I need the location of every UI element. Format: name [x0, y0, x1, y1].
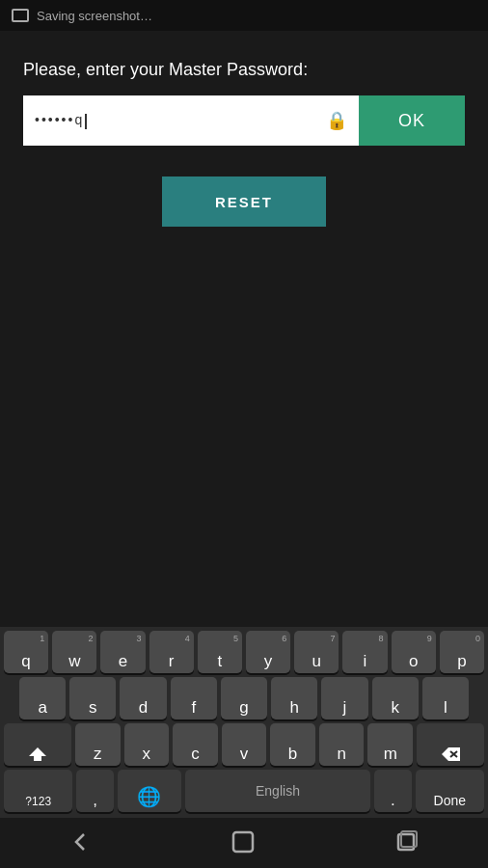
home-icon: [230, 829, 256, 854]
done-key[interactable]: Done: [416, 770, 484, 812]
key-m[interactable]: m: [367, 723, 413, 766]
nav-bar: [0, 818, 488, 868]
key-k[interactable]: k: [372, 677, 419, 719]
key-f[interactable]: f: [171, 677, 217, 719]
password-dots: ••••••q: [35, 112, 318, 128]
globe-icon: 🌐: [137, 785, 161, 808]
key-h[interactable]: h: [271, 677, 317, 719]
password-row: ••••••q 🔒 OK: [23, 95, 465, 146]
keyboard-row-3: z x c v b n m: [0, 719, 488, 766]
keyboard-row-1: 1q 2w 3e 4r 5t 6y 7u 8i 9o 0p: [0, 627, 488, 673]
space-key[interactable]: English: [185, 770, 370, 812]
key-e[interactable]: 3e: [100, 631, 145, 673]
key-b[interactable]: b: [270, 723, 315, 766]
key-s[interactable]: s: [69, 677, 116, 719]
period-key[interactable]: .: [374, 770, 411, 812]
back-button[interactable]: [69, 830, 93, 856]
recents-icon: [393, 829, 419, 854]
lock-icon: 🔒: [326, 110, 347, 131]
home-button[interactable]: [230, 829, 256, 857]
text-cursor: [85, 114, 87, 129]
ok-button[interactable]: OK: [359, 95, 465, 146]
main-content: Please, enter your Master Password: ••••…: [0, 31, 488, 627]
symbols-key[interactable]: ?123: [4, 770, 72, 812]
key-t[interactable]: 5t: [198, 631, 242, 673]
keyboard-bottom-row: ?123 , 🌐 English . Done: [0, 766, 488, 818]
key-w[interactable]: 2w: [52, 631, 96, 673]
password-input[interactable]: ••••••q 🔒: [23, 95, 359, 146]
key-y[interactable]: 6y: [246, 631, 290, 673]
key-l[interactable]: l: [422, 677, 469, 719]
back-icon: [69, 830, 93, 854]
key-o[interactable]: 9o: [392, 631, 436, 673]
prompt-label: Please, enter your Master Password:: [23, 60, 465, 80]
comma-key[interactable]: ,: [76, 770, 113, 812]
key-x[interactable]: x: [124, 723, 170, 766]
key-i[interactable]: 8i: [342, 631, 387, 673]
keyboard: 1q 2w 3e 4r 5t 6y 7u 8i 9o 0p a s d f g …: [0, 627, 488, 818]
key-p[interactable]: 0p: [440, 631, 484, 673]
status-text: Saving screenshot…: [37, 9, 152, 23]
key-c[interactable]: c: [173, 723, 218, 766]
svg-marker-0: [29, 747, 46, 761]
globe-key[interactable]: 🌐: [118, 770, 181, 812]
reset-button-container: RESET: [23, 176, 465, 227]
screenshot-icon: [12, 9, 29, 22]
recents-button[interactable]: [393, 829, 419, 857]
key-z[interactable]: z: [75, 723, 121, 766]
key-d[interactable]: d: [120, 677, 166, 719]
shift-key[interactable]: [4, 723, 71, 766]
key-j[interactable]: j: [321, 677, 367, 719]
keyboard-row-2: a s d f g h j k l: [0, 673, 488, 719]
key-u[interactable]: 7u: [294, 631, 339, 673]
key-r[interactable]: 4r: [149, 631, 194, 673]
key-v[interactable]: v: [222, 723, 267, 766]
status-bar: Saving screenshot…: [0, 0, 488, 31]
svg-rect-3: [233, 832, 253, 852]
key-a[interactable]: a: [19, 677, 66, 719]
reset-button[interactable]: RESET: [162, 176, 326, 227]
key-q[interactable]: 1q: [4, 631, 48, 673]
backspace-key[interactable]: [417, 723, 484, 766]
key-g[interactable]: g: [221, 677, 267, 719]
key-n[interactable]: n: [319, 723, 365, 766]
